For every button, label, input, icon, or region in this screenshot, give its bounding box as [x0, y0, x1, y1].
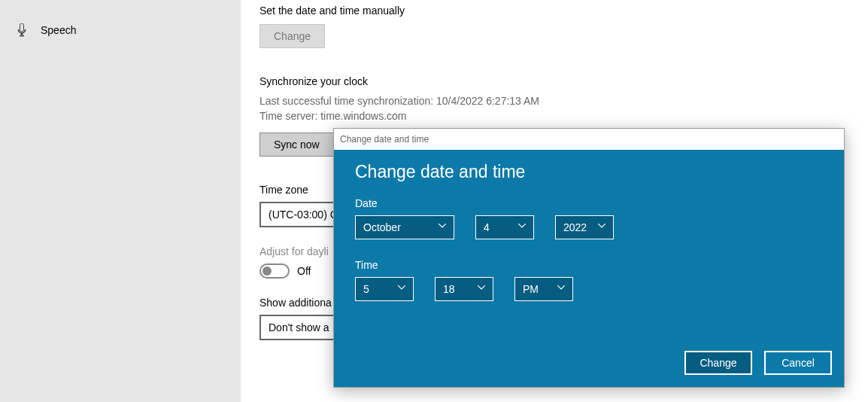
dialog-change-label: Change [700, 357, 736, 369]
chevron-down-icon [598, 224, 605, 231]
sync-clock-heading: Synchronize your clock [259, 75, 846, 87]
date-field-label: Date [355, 197, 823, 209]
sync-now-label: Sync now [274, 139, 320, 151]
adjust-dst-toggle[interactable] [259, 263, 290, 279]
chevron-down-icon [398, 285, 405, 293]
minute-dropdown[interactable]: 18 [435, 277, 493, 301]
day-value: 4 [484, 221, 490, 233]
sidebar: Speech [0, 0, 241, 402]
ampm-dropdown[interactable]: PM [514, 277, 573, 301]
time-field-label: Time [355, 259, 823, 271]
set-date-time-manually-label: Set the date and time manually [259, 5, 846, 17]
hour-value: 5 [363, 283, 369, 295]
sidebar-item-speech[interactable]: Speech [0, 15, 241, 45]
dialog-cancel-button[interactable]: Cancel [764, 351, 832, 375]
dialog-title: Change date and time [355, 162, 823, 182]
dialog-titlebar[interactable]: Change date and time [334, 129, 844, 150]
hour-dropdown[interactable]: 5 [355, 277, 414, 301]
change-date-time-button[interactable]: Change [259, 24, 325, 48]
chevron-down-icon [439, 224, 446, 231]
dialog-cancel-label: Cancel [782, 357, 815, 369]
change-date-time-dialog: Change date and time Change date and tim… [333, 128, 845, 388]
sync-server-text: Time server: time.windows.com [259, 108, 846, 123]
minute-value: 18 [443, 283, 455, 295]
change-button-label: Change [274, 30, 311, 42]
time-zone-value: (UTC-03:00) C [269, 209, 338, 221]
month-dropdown[interactable]: October [355, 215, 454, 239]
dialog-change-button[interactable]: Change [684, 351, 752, 375]
toggle-knob [263, 266, 272, 276]
sidebar-item-label: Speech [41, 24, 76, 36]
chevron-down-icon [518, 224, 526, 231]
month-value: October [363, 221, 401, 233]
chevron-down-icon [557, 285, 565, 293]
additional-clocks-value: Don't show a [269, 321, 329, 333]
day-dropdown[interactable]: 4 [475, 215, 534, 239]
year-value: 2022 [563, 221, 587, 233]
adjust-dst-state: Off [297, 265, 311, 277]
ampm-value: PM [523, 283, 539, 295]
chevron-down-icon [478, 285, 485, 293]
sync-now-button[interactable]: Sync now [259, 132, 334, 157]
microphone-icon [15, 23, 29, 37]
dialog-titlebar-text: Change date and time [340, 134, 429, 145]
year-dropdown[interactable]: 2022 [555, 215, 614, 239]
sync-last-success-text: Last successful time synchronization: 10… [259, 93, 846, 108]
